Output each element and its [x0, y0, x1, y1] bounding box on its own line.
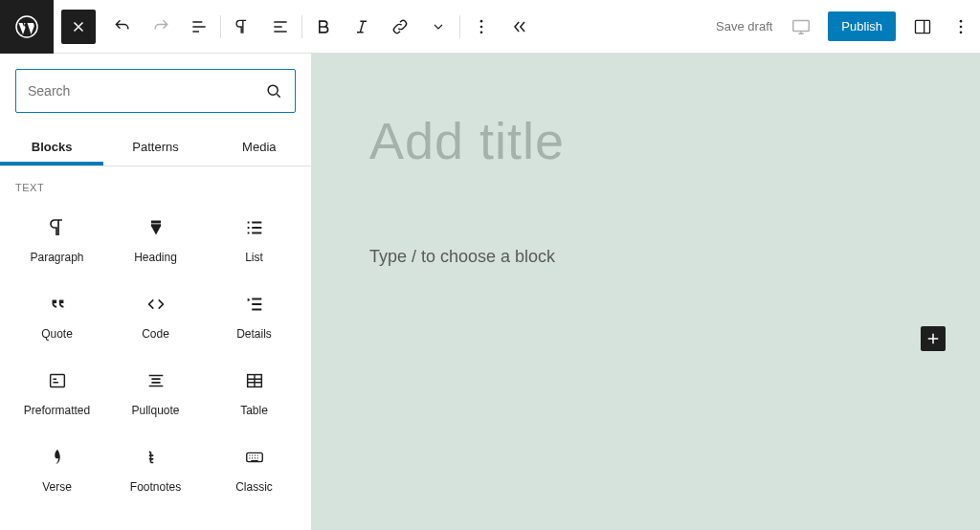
code-icon [145, 291, 167, 318]
block-verse[interactable]: Verse [8, 431, 106, 507]
bold-button[interactable] [304, 8, 343, 46]
more-menu-button[interactable] [942, 8, 980, 46]
block-label: Footnotes [130, 480, 181, 494]
block-list[interactable]: TEXT Paragraph Heading List Quote [0, 166, 311, 530]
block-classic[interactable]: Classic [205, 431, 303, 507]
block-search[interactable] [15, 69, 296, 113]
svg-point-2 [480, 25, 483, 28]
block-inserter-panel: Blocks Patterns Media TEXT Paragraph Hea… [0, 54, 312, 530]
block-label: Pullquote [131, 404, 179, 417]
block-label: Details [236, 327, 272, 341]
block-details[interactable]: Details [205, 277, 303, 354]
settings-sidebar-button[interactable] [903, 8, 942, 46]
classic-icon [243, 444, 266, 471]
options-button[interactable] [462, 8, 501, 46]
close-inserter-button[interactable] [61, 10, 96, 44]
block-label: Verse [42, 480, 72, 494]
block-quote[interactable]: Quote [8, 277, 106, 354]
block-list[interactable]: List [205, 201, 303, 277]
paragraph-icon [46, 214, 69, 241]
quote-icon [47, 291, 68, 318]
search-input[interactable] [28, 83, 264, 99]
document-overview-button[interactable] [180, 8, 218, 46]
heading-icon [146, 214, 166, 241]
top-toolbar: Save draft Publish [0, 0, 980, 54]
section-title-text: TEXT [0, 166, 311, 201]
save-draft-button[interactable]: Save draft [706, 19, 782, 33]
inserter-tabs: Blocks Patterns Media [0, 128, 311, 166]
svg-point-13 [148, 454, 150, 456]
collapse-toolbar-button[interactable] [501, 8, 539, 46]
preformatted-icon [47, 367, 68, 394]
pullquote-icon [145, 367, 167, 394]
list-icon [244, 214, 265, 241]
tab-blocks[interactable]: Blocks [0, 128, 103, 166]
block-code[interactable]: Code [106, 277, 205, 354]
more-rich-text-button[interactable] [419, 8, 457, 46]
verse-icon [47, 444, 68, 471]
svg-point-0 [16, 16, 37, 37]
block-label: List [245, 251, 263, 264]
svg-rect-10 [50, 375, 64, 387]
link-button[interactable] [381, 8, 419, 46]
toolbar-separator [220, 15, 221, 38]
toolbar-separator [459, 15, 460, 38]
svg-point-14 [148, 458, 150, 460]
align-button[interactable] [261, 8, 300, 46]
toolbar-separator [301, 15, 302, 38]
wordpress-logo[interactable] [0, 0, 54, 54]
block-pullquote[interactable]: Pullquote [106, 354, 205, 431]
block-table[interactable]: Table [205, 354, 303, 431]
tab-media[interactable]: Media [208, 128, 311, 166]
svg-point-3 [480, 31, 483, 33]
block-paragraph[interactable]: Paragraph [8, 201, 106, 277]
publish-button[interactable]: Publish [828, 11, 896, 41]
block-label: Preformatted [24, 404, 90, 417]
add-block-button[interactable] [921, 326, 946, 351]
svg-point-7 [960, 25, 963, 28]
block-label: Quote [41, 327, 73, 341]
details-icon [244, 291, 265, 318]
block-label: Table [240, 404, 268, 417]
svg-point-6 [960, 19, 963, 22]
block-footnotes[interactable]: Footnotes [106, 431, 205, 507]
block-label: Heading [134, 251, 177, 264]
block-label: Classic [235, 480, 273, 494]
post-body-input[interactable]: Type / to choose a block [369, 247, 923, 267]
editor-canvas[interactable]: Add title Type / to choose a block [312, 54, 980, 530]
table-icon [244, 367, 265, 394]
block-label: Paragraph [30, 251, 83, 264]
post-title-input[interactable]: Add title [369, 111, 923, 170]
tab-patterns[interactable]: Patterns [103, 128, 207, 166]
block-heading[interactable]: Heading [106, 201, 205, 277]
footnotes-icon [145, 444, 167, 471]
svg-point-9 [268, 85, 278, 95]
block-label: Code [142, 327, 169, 341]
block-preformatted[interactable]: Preformatted [8, 354, 106, 431]
svg-rect-4 [793, 20, 810, 31]
paragraph-block-button[interactable] [223, 8, 261, 46]
undo-button[interactable] [103, 8, 142, 46]
preview-button[interactable] [782, 8, 820, 46]
svg-point-8 [960, 31, 963, 33]
svg-point-12 [148, 452, 150, 453]
svg-point-1 [480, 19, 483, 22]
svg-rect-5 [916, 20, 930, 33]
redo-button[interactable] [142, 8, 180, 46]
italic-button[interactable] [343, 8, 381, 46]
search-icon [264, 81, 283, 100]
